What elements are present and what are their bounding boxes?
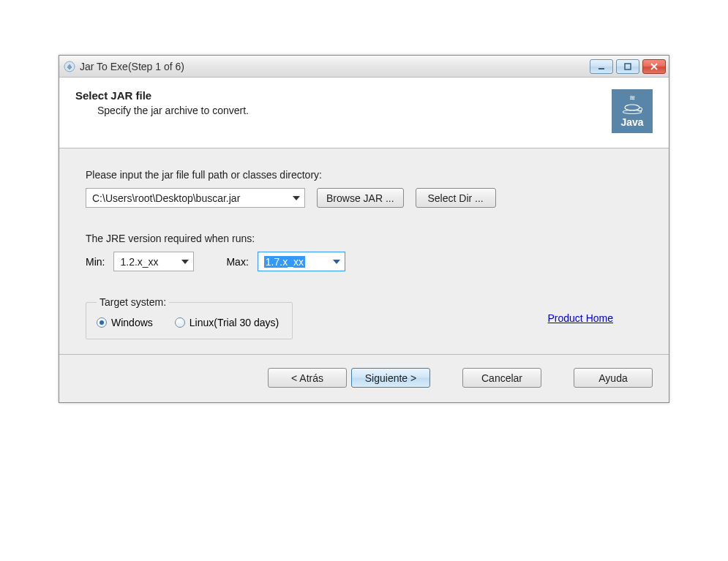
- svg-rect-1: [598, 68, 604, 69]
- cancel-button[interactable]: Cancelar: [462, 368, 541, 388]
- minimize-button[interactable]: [590, 59, 613, 74]
- select-dir-button[interactable]: Select Dir ...: [416, 188, 496, 208]
- product-home-link[interactable]: Product Home: [548, 312, 613, 324]
- maximize-button[interactable]: [616, 59, 639, 74]
- wizard-window: Jar To Exe(Step 1 of 6) Select JAR file …: [59, 55, 669, 403]
- jre-label: The JRE version required when runs:: [86, 233, 642, 244]
- wizard-footer: < Atrás Siguiente > Cancelar Ayuda: [59, 354, 669, 402]
- close-button[interactable]: [642, 59, 666, 74]
- radio-unchecked-icon: [175, 317, 185, 328]
- jre-max-value: 1.7.x_xx: [264, 256, 305, 268]
- jar-path-combo[interactable]: C:\Users\root\Desktop\buscar.jar: [86, 188, 305, 208]
- jre-min-value: 1.2.x_xx: [120, 256, 158, 268]
- jre-min-combo[interactable]: 1.2.x_xx: [113, 252, 194, 271]
- target-system-group: Target system: Windows Linux(Trial 30 da…: [86, 296, 293, 339]
- java-logo-icon: ≋ Java: [612, 89, 653, 133]
- target-legend: Target system:: [97, 296, 169, 308]
- radio-windows-label: Windows: [111, 317, 153, 328]
- chevron-down-icon: [333, 260, 340, 264]
- svg-rect-2: [625, 64, 631, 69]
- titlebar[interactable]: Jar To Exe(Step 1 of 6): [59, 56, 669, 78]
- jre-max-combo[interactable]: 1.7.x_xx: [258, 252, 345, 271]
- min-label: Min:: [86, 256, 105, 268]
- window-title: Jar To Exe(Step 1 of 6): [80, 61, 590, 72]
- page-title: Select JAR file: [75, 89, 249, 102]
- wizard-content: Please input the jar file full path or c…: [59, 148, 669, 354]
- browse-jar-button[interactable]: Browse JAR ...: [317, 188, 404, 208]
- wizard-header: Select JAR file Specify the jar archive …: [59, 78, 669, 148]
- radio-linux-label: Linux(Trial 30 days): [189, 317, 279, 328]
- radio-linux[interactable]: Linux(Trial 30 days): [175, 317, 279, 328]
- back-button[interactable]: < Atrás: [268, 368, 347, 388]
- jar-path-value: C:\Users\root\Desktop\buscar.jar: [92, 192, 240, 204]
- path-label: Please input the jar file full path or c…: [86, 169, 642, 181]
- next-button[interactable]: Siguiente >: [351, 368, 430, 388]
- app-icon: [64, 61, 75, 72]
- page-subtitle: Specify the jar archive to convert.: [97, 105, 249, 116]
- chevron-down-icon: [293, 196, 300, 200]
- max-label: Max:: [226, 256, 248, 268]
- chevron-down-icon: [181, 260, 189, 264]
- radio-windows[interactable]: Windows: [97, 317, 153, 328]
- radio-checked-icon: [97, 317, 107, 328]
- svg-point-3: [625, 105, 639, 110]
- help-button[interactable]: Ayuda: [574, 368, 653, 388]
